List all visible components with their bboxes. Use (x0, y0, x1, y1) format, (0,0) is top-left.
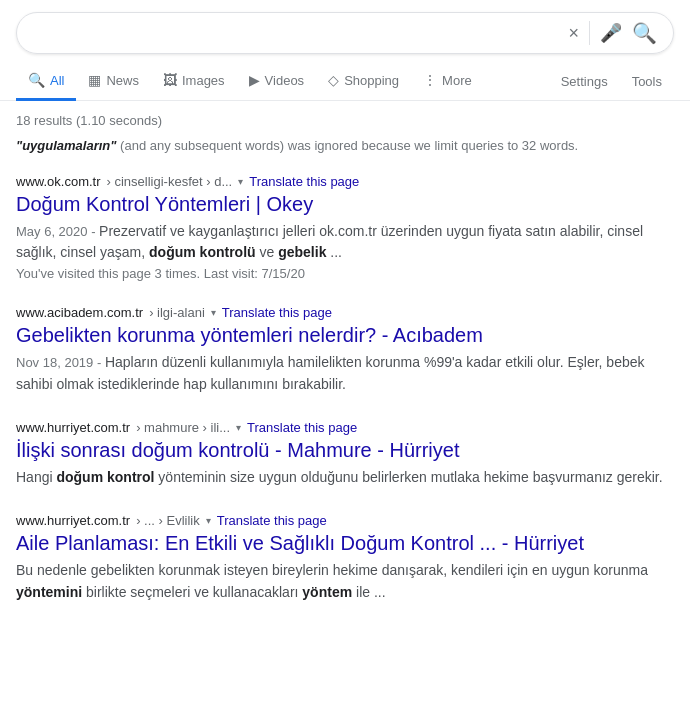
result-title[interactable]: Gebelikten korunma yöntemleri nelerdir? … (16, 322, 674, 348)
translate-link[interactable]: Translate this page (222, 305, 332, 320)
result-breadcrumb: › ... › Evlilik (136, 513, 200, 528)
settings-link[interactable]: Settings (549, 64, 620, 99)
result-dropdown-arrow[interactable]: ▾ (211, 307, 216, 318)
tab-videos-label: Videos (265, 73, 305, 88)
result-title[interactable]: İlişki sonrası doğum kontrolü - Mahmure … (16, 437, 674, 463)
images-icon: 🖼 (163, 72, 177, 88)
tab-all-label: All (50, 73, 64, 88)
warning-message: "uygulamaların" (and any subsequent word… (16, 136, 674, 156)
result-snippet: May 6, 2020 - Prezervatif ve kayganlaştı… (16, 221, 674, 265)
result-breadcrumb: › cinselligi-kesfet › d... (107, 174, 233, 189)
result-item: www.hurriyet.com.tr › ... › Evlilik ▾ Tr… (16, 513, 674, 604)
tab-more[interactable]: ⋮ More (411, 62, 484, 101)
all-icon: 🔍 (28, 72, 45, 88)
tab-shopping[interactable]: ◇ Shopping (316, 62, 411, 101)
tab-all[interactable]: 🔍 All (16, 62, 76, 101)
result-url: www.hurriyet.com.tr (16, 513, 130, 528)
result-url: www.acibadem.com.tr (16, 305, 143, 320)
tab-news[interactable]: ▦ News (76, 62, 151, 101)
warning-text: (and any subsequent words) was ignored b… (120, 138, 578, 153)
result-item: www.acibadem.com.tr › ilgi-alani ▾ Trans… (16, 305, 674, 396)
result-title[interactable]: Doğum Kontrol Yöntemleri | Okey (16, 191, 674, 217)
tab-videos[interactable]: ▶ Videos (237, 62, 317, 101)
tab-images-label: Images (182, 73, 225, 88)
result-title[interactable]: Aile Planlaması: En Etkili ve Sağlıklı D… (16, 530, 674, 556)
results-container: 18 results (1.10 seconds) "uygulamaların… (0, 101, 690, 640)
result-url: www.hurriyet.com.tr (16, 420, 130, 435)
result-visited: You've visited this page 3 times. Last v… (16, 266, 674, 281)
videos-icon: ▶ (249, 72, 260, 88)
result-item: www.hurriyet.com.tr › mahmure › ili... ▾… (16, 420, 674, 489)
search-bar-container: Doğum kontrolü istenmeyen gebelikleri ön… (0, 0, 690, 54)
search-bar-icons: × 🎤 🔍 (568, 21, 657, 45)
search-bar: Doğum kontrolü istenmeyen gebelikleri ön… (16, 12, 674, 54)
result-url: www.ok.com.tr (16, 174, 101, 189)
nav-right: Settings Tools (549, 64, 674, 99)
result-item: www.ok.com.tr › cinselligi-kesfet › d...… (16, 174, 674, 282)
nav-tabs: 🔍 All ▦ News 🖼 Images ▶ Videos ◇ Shoppin… (0, 54, 690, 101)
translate-link[interactable]: Translate this page (217, 513, 327, 528)
result-snippet: Hangi doğum kontrol yönteminin size uygu… (16, 467, 674, 489)
result-url-row: www.acibadem.com.tr › ilgi-alani ▾ Trans… (16, 305, 674, 320)
search-icon[interactable]: 🔍 (632, 21, 657, 45)
tab-images[interactable]: 🖼 Images (151, 62, 237, 101)
result-dropdown-arrow[interactable]: ▾ (238, 176, 243, 187)
results-count: 18 results (1.10 seconds) (16, 113, 674, 128)
shopping-icon: ◇ (328, 72, 339, 88)
result-dropdown-arrow[interactable]: ▾ (236, 422, 241, 433)
result-date: May 6, 2020 - (16, 224, 99, 239)
news-icon: ▦ (88, 72, 101, 88)
translate-link[interactable]: Translate this page (247, 420, 357, 435)
microphone-icon[interactable]: 🎤 (600, 22, 622, 44)
tools-link[interactable]: Tools (620, 64, 674, 99)
result-url-row: www.hurriyet.com.tr › mahmure › ili... ▾… (16, 420, 674, 435)
clear-icon[interactable]: × (568, 23, 579, 44)
result-url-row: www.hurriyet.com.tr › ... › Evlilik ▾ Tr… (16, 513, 674, 528)
result-breadcrumb: › ilgi-alani (149, 305, 205, 320)
translate-link[interactable]: Translate this page (249, 174, 359, 189)
result-dropdown-arrow[interactable]: ▾ (206, 515, 211, 526)
result-breadcrumb: › mahmure › ili... (136, 420, 230, 435)
result-date: Nov 18, 2019 - (16, 355, 105, 370)
result-snippet: Nov 18, 2019 - Hapların düzenli kullanım… (16, 352, 674, 396)
warning-quoted: "uygulamaların" (16, 138, 116, 153)
tab-shopping-label: Shopping (344, 73, 399, 88)
result-snippet: Bu nedenle gebelikten korunmak isteyen b… (16, 560, 674, 604)
tab-news-label: News (106, 73, 139, 88)
divider (589, 21, 590, 45)
more-icon: ⋮ (423, 72, 437, 88)
tab-more-label: More (442, 73, 472, 88)
search-input[interactable]: Doğum kontrolü istenmeyen gebelikleri ön… (33, 24, 560, 42)
result-url-row: www.ok.com.tr › cinselligi-kesfet › d...… (16, 174, 674, 189)
